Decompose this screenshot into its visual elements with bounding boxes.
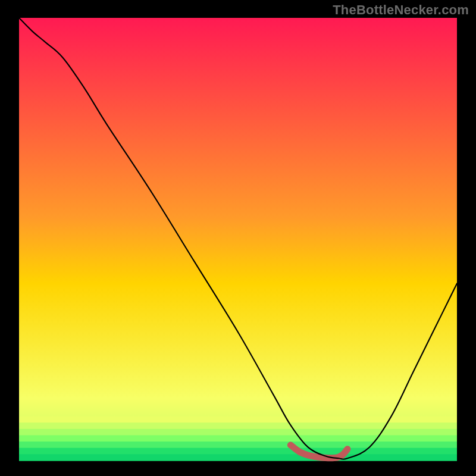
svg-rect-1	[19, 422, 457, 429]
plot-background	[19, 18, 457, 461]
watermark-text: TheBottleNecker.com	[333, 2, 469, 18]
svg-rect-6	[19, 454, 457, 461]
svg-rect-4	[19, 441, 457, 448]
svg-rect-2	[19, 429, 457, 436]
svg-rect-3	[19, 435, 457, 441]
chart-container: TheBottleNecker.com	[0, 0, 476, 476]
bottleneck-chart	[0, 0, 476, 476]
svg-rect-5	[19, 448, 457, 455]
bottom-banding	[19, 416, 457, 461]
